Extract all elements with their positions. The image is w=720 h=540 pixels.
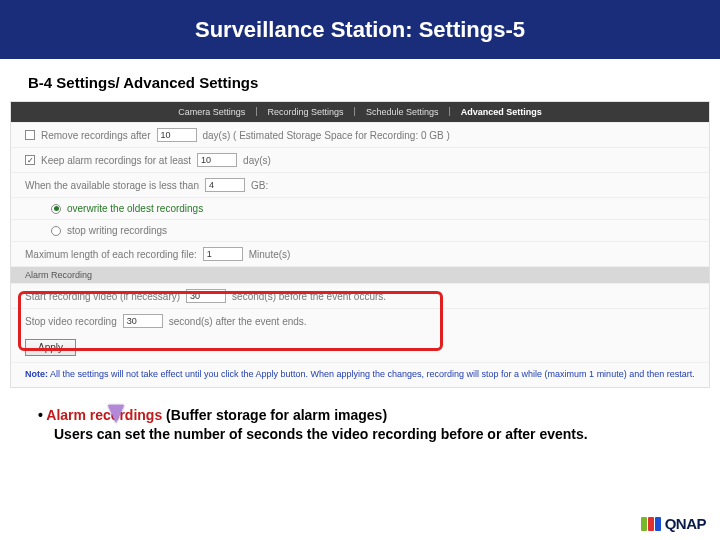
tab-advanced[interactable]: Advanced Settings xyxy=(457,106,546,118)
label: Remove recordings after xyxy=(41,130,151,141)
row-pre-event: Start recording video (if necessary) sec… xyxy=(11,283,709,308)
label: stop writing recordings xyxy=(67,225,167,236)
bullet-lead: Alarm recordings xyxy=(46,407,162,423)
label: Start recording video (if necessary) xyxy=(25,291,180,302)
tab-bar: Camera Settings| Recording Settings| Sch… xyxy=(11,102,709,122)
label: GB: xyxy=(251,180,268,191)
radio-overwrite[interactable] xyxy=(51,204,61,214)
checkbox-remove[interactable] xyxy=(25,130,35,140)
label: Stop video recording xyxy=(25,316,117,327)
row-opt-stop: stop writing recordings xyxy=(11,219,709,241)
slide-subtitle: B-4 Settings/ Advanced Settings xyxy=(0,60,720,101)
radio-stop[interactable] xyxy=(51,226,61,236)
label: Keep alarm recordings for at least xyxy=(41,155,191,166)
tab-camera[interactable]: Camera Settings xyxy=(174,106,249,118)
input-max-length[interactable] xyxy=(203,247,243,261)
row-opt-overwrite: overwrite the oldest recordings xyxy=(11,197,709,219)
label: Minute(s) xyxy=(249,249,291,260)
label: Maximum length of each recording file: xyxy=(25,249,197,260)
bullet-rest: (Buffer storage for alarm images) xyxy=(162,407,387,423)
label: day(s) xyxy=(243,155,271,166)
row-storage-threshold: When the available storage is less than … xyxy=(11,172,709,197)
logo-icon xyxy=(641,517,661,531)
note-text: All the settings will not take effect un… xyxy=(50,369,695,379)
settings-panel: Camera Settings| Recording Settings| Sch… xyxy=(10,101,710,388)
note-label: Note: xyxy=(25,369,48,379)
logo-text: QNAP xyxy=(665,515,706,532)
label: day(s) ( Estimated Storage Space for Rec… xyxy=(203,130,450,141)
label: overwrite the oldest recordings xyxy=(67,203,203,214)
input-remove-days[interactable] xyxy=(157,128,197,142)
row-remove-recordings: Remove recordings after day(s) ( Estimat… xyxy=(11,122,709,147)
note: Note: All the settings will not take eff… xyxy=(11,362,709,387)
apply-button[interactable]: Apply xyxy=(25,339,76,356)
arrow-icon xyxy=(108,405,124,423)
input-pre-seconds[interactable] xyxy=(186,289,226,303)
brand-logo: QNAP xyxy=(641,515,706,532)
bullet-line2: Users can set the number of seconds the … xyxy=(38,425,682,444)
checkbox-keep[interactable]: ✓ xyxy=(25,155,35,165)
label: When the available storage is less than xyxy=(25,180,199,191)
tab-schedule[interactable]: Schedule Settings xyxy=(362,106,443,118)
label: second(s) before the event occurs. xyxy=(232,291,386,302)
row-post-event: Stop video recording second(s) after the… xyxy=(11,308,709,333)
input-post-seconds[interactable] xyxy=(123,314,163,328)
section-alarm-recording: Alarm Recording xyxy=(11,266,709,283)
slide-title: Surveillance Station: Settings-5 xyxy=(0,0,720,60)
row-keep-alarm: ✓ Keep alarm recordings for at least day… xyxy=(11,147,709,172)
row-max-length: Maximum length of each recording file: M… xyxy=(11,241,709,266)
input-storage-gb[interactable] xyxy=(205,178,245,192)
tab-recording[interactable]: Recording Settings xyxy=(264,106,348,118)
label: second(s) after the event ends. xyxy=(169,316,307,327)
input-keep-days[interactable] xyxy=(197,153,237,167)
